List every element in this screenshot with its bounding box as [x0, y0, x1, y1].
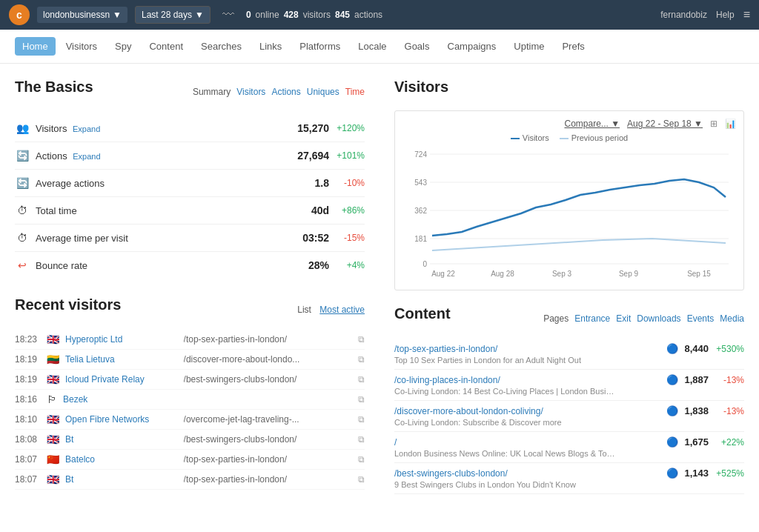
tab-actions[interactable]: Actions [271, 87, 300, 97]
visitor-detail-icon[interactable]: ⧉ [358, 394, 365, 405]
avg-actions-icon: 🔄 [15, 176, 30, 190]
dropdown-arrow-icon: ▼ [195, 10, 204, 20]
basics-row-avg-time: ⏱ Average time per visit 03:52 -15% [15, 225, 365, 252]
date-range-selector-chart[interactable]: Aug 22 - Sep 18 ▼ [627, 119, 703, 129]
visitor-name-link[interactable]: Bt [65, 434, 178, 445]
summary-label: Summary [193, 87, 231, 97]
nav-searches[interactable]: Searches [193, 37, 249, 56]
date-range-selector[interactable]: Last 28 days ▼ [135, 6, 211, 24]
nav-spy[interactable]: Spy [107, 37, 139, 56]
tab-visitors[interactable]: Visitors [236, 87, 265, 97]
visitor-name-link[interactable]: Batelco [65, 454, 178, 465]
basics-row-visitors: 👥 Visitors Expand 15,270 +120% [15, 115, 365, 142]
chart-header: Visitors [394, 79, 744, 104]
content-url-link[interactable]: /discover-more-about-london-coliving/ [394, 406, 543, 416]
svg-text:Sep 3: Sep 3 [552, 270, 572, 278]
content-row: /discover-more-about-london-coliving/ 🔵 … [394, 401, 744, 432]
visitor-detail-icon[interactable]: ⧉ [358, 354, 365, 365]
visitors-count: 428 [284, 10, 299, 20]
content-row: /co-living-places-in-london/ 🔵 1,887 -13… [394, 370, 744, 401]
visitors-chart-section: Visitors Compare... ▼ Aug 22 - Sep 18 ▼ … [394, 79, 744, 290]
export-icon[interactable]: ⊞ [710, 119, 717, 129]
visitor-name-link[interactable]: Open Fibre Networks [65, 414, 178, 425]
visitor-name-link[interactable]: Telia Lietuva [65, 354, 178, 365]
nav-platforms[interactable]: Platforms [292, 37, 348, 56]
nav-campaigns[interactable]: Campaigns [440, 37, 504, 56]
svg-text:0: 0 [422, 260, 427, 268]
content-header: Content Pages Entrance Exit Downloads Ev… [394, 305, 744, 331]
actions-expand-link[interactable]: Expand [73, 152, 100, 161]
tab-media[interactable]: Media [720, 313, 744, 324]
content-page-icon: 🔵 [666, 343, 678, 354]
tab-downloads[interactable]: Downloads [637, 313, 680, 324]
visitor-name-link[interactable]: Icloud Private Relay [65, 374, 178, 385]
content-page-icon: 🔵 [666, 405, 678, 416]
tab-events[interactable]: Events [687, 313, 715, 324]
visitor-detail-icon[interactable]: ⧉ [358, 414, 365, 425]
logo: c [9, 4, 30, 25]
chart-wrapper: Compare... ▼ Aug 22 - Sep 18 ▼ ⊞ 📊 Visit… [394, 110, 744, 290]
help-link[interactable]: Help [716, 10, 735, 20]
visitor-detail-icon[interactable]: ⧉ [358, 434, 365, 445]
svg-text:181: 181 [414, 235, 427, 243]
nav-locale[interactable]: Locale [351, 37, 394, 56]
content-url-link[interactable]: /co-living-places-in-london/ [394, 375, 500, 385]
content-url-link[interactable]: /best-swingers-clubs-london/ [394, 468, 508, 479]
basics-rows: 👥 Visitors Expand 15,270 +120% 🔄 Actions… [15, 115, 365, 279]
nav-home[interactable]: Home [15, 37, 56, 56]
tab-entrance[interactable]: Entrance [574, 313, 610, 324]
visitor-detail-icon[interactable]: ⧉ [358, 454, 365, 465]
visitor-detail-icon[interactable]: ⧉ [358, 374, 365, 385]
visitor-detail-icon[interactable]: ⧉ [358, 334, 365, 345]
right-column: Visitors Compare... ▼ Aug 22 - Sep 18 ▼ … [380, 64, 744, 494]
visitor-row: 18:07 🇨🇳 Batelco /top-sex-parties-in-lon… [15, 450, 365, 470]
basics-row-avg-actions: 🔄 Average actions 1.8 -10% [15, 170, 365, 197]
most-active-link[interactable]: Most active [319, 305, 365, 315]
tab-uniques[interactable]: Uniques [307, 87, 339, 97]
avg-time-icon: ⏱ [15, 230, 30, 245]
menu-icon[interactable]: ≡ [743, 8, 750, 21]
nav-prefs[interactable]: Prefs [554, 37, 591, 56]
nav-uptime[interactable]: Uptime [506, 37, 551, 56]
total-time-icon: ⏱ [15, 203, 30, 218]
user-link[interactable]: fernandobiz [660, 10, 707, 20]
site-selector[interactable]: londonbusinessn ▼ [37, 7, 127, 23]
content-row: /top-sex-parties-in-london/ 🔵 8,440 +530… [394, 339, 744, 370]
basics-header: The Basics Summary Visitors Actions Uniq… [15, 79, 365, 104]
visitor-rows: 18:23 🇬🇧 Hyperoptic Ltd /top-sex-parties… [15, 330, 365, 490]
visitor-row: 18:07 🇬🇧 Bt /top-sex-parties-in-london/ … [15, 470, 365, 490]
bounce-icon: ↩ [15, 258, 30, 273]
sub-navigation: Home Visitors Spy Content Searches Links… [0, 30, 759, 64]
content-row: / 🔵 1,675 +22% London Business News Onli… [394, 432, 744, 463]
content-row: /best-swingers-clubs-london/ 🔵 1,143 +52… [394, 463, 744, 494]
visitor-row: 18:19 🇱🇹 Telia Lietuva /discover-more-ab… [15, 350, 365, 370]
nav-goals[interactable]: Goals [397, 37, 437, 56]
dropdown-arrow-icon: ▼ [113, 10, 122, 20]
chart-toggle-button[interactable]: 〰 [218, 7, 239, 23]
content-tabs: Pages Entrance Exit Downloads Events Med… [543, 313, 744, 324]
chart-type-icon[interactable]: 📊 [725, 119, 736, 129]
content-page-icon: 🔵 [666, 436, 678, 448]
nav-content[interactable]: Content [142, 37, 190, 56]
compare-selector[interactable]: Compare... ▼ [564, 119, 620, 129]
visitor-row: 18:08 🇬🇧 Bt /best-swingers-clubs-london/… [15, 430, 365, 450]
visitor-name-link[interactable]: Hyperoptic Ltd [65, 334, 178, 345]
tab-exit[interactable]: Exit [616, 313, 631, 324]
visitor-name-link[interactable]: Bt [65, 474, 178, 485]
nav-links[interactable]: Links [252, 37, 289, 56]
tab-time[interactable]: Time [345, 87, 365, 97]
top-navigation: c londonbusinessn ▼ Last 28 days ▼ 〰 0 o… [0, 0, 759, 30]
svg-text:Sep 15: Sep 15 [687, 270, 711, 278]
nav-visitors[interactable]: Visitors [59, 37, 105, 56]
recent-visitors-section: Recent visitors List Most active 18:23 🇬… [15, 296, 365, 490]
content-url-link[interactable]: /top-sex-parties-in-london/ [394, 344, 497, 354]
visitors-expand-link[interactable]: Expand [73, 124, 100, 133]
visitor-detail-icon[interactable]: ⧉ [358, 474, 365, 485]
visitor-name-link[interactable]: Bezek [63, 394, 176, 405]
content-url-link[interactable]: / [394, 437, 397, 448]
content-page-icon: 🔵 [666, 468, 678, 479]
svg-text:724: 724 [414, 150, 427, 159]
chart-title: Visitors [394, 79, 448, 96]
actions-icon: 🔄 [15, 148, 30, 163]
visitor-row: 18:10 🇬🇧 Open Fibre Networks /overcome-j… [15, 410, 365, 430]
